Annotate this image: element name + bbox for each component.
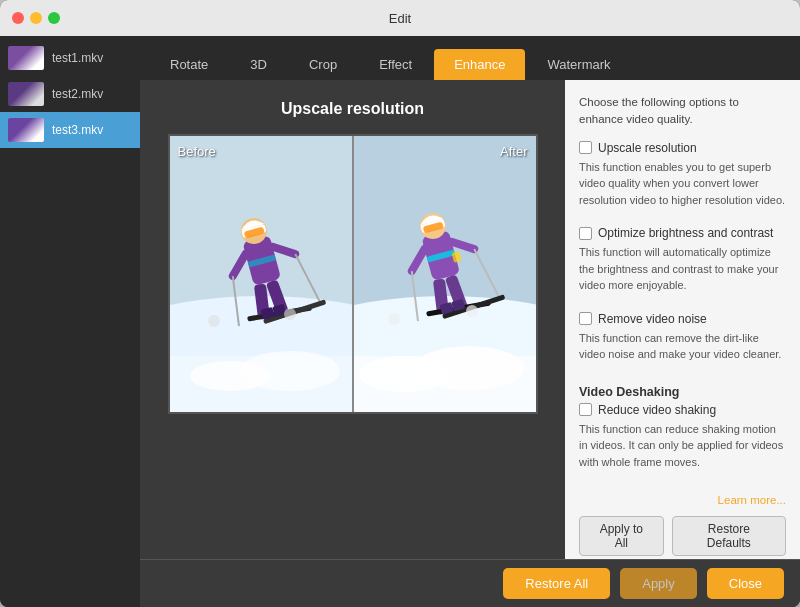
option-group-deshaking: Video Deshaking Reduce video shaking Thi… — [579, 381, 786, 479]
svg-point-26 — [414, 346, 524, 390]
options-panel: Choose the following options to enhance … — [565, 80, 800, 559]
learn-more-link[interactable]: Learn more... — [579, 494, 786, 506]
checkbox-brightness[interactable] — [579, 227, 592, 240]
options-intro: Choose the following options to enhance … — [579, 94, 786, 129]
option-desc-noise: This function can remove the dirt-like v… — [579, 330, 786, 363]
deshaking-heading: Video Deshaking — [579, 385, 786, 399]
tab-rotate[interactable]: Rotate — [150, 49, 228, 80]
tab-crop[interactable]: Crop — [289, 49, 357, 80]
sidebar-item-label-test3: test3.mkv — [52, 123, 103, 137]
window-title: Edit — [389, 11, 411, 26]
label-before: Before — [178, 144, 216, 159]
svg-point-20 — [208, 315, 220, 327]
restore-all-button[interactable]: Restore All — [503, 568, 610, 599]
preview-panel: Upscale resolution Before — [140, 80, 565, 559]
sidebar-item-label-test1: test1.mkv — [52, 51, 103, 65]
ski-image-after — [354, 136, 536, 412]
ski-image-before — [170, 136, 352, 412]
svg-point-44 — [466, 305, 478, 317]
svg-point-21 — [284, 308, 296, 320]
option-desc-upscale: This function enables you to get superb … — [579, 159, 786, 209]
svg-point-43 — [388, 313, 400, 325]
close-window-button[interactable] — [12, 12, 24, 24]
sidebar: test1.mkv test2.mkv test3.mkv — [0, 36, 140, 607]
sidebar-thumbnail-test1 — [8, 46, 44, 70]
option-label-deshake: Reduce video shaking — [598, 403, 716, 417]
tabbar: Rotate 3D Crop Effect Enhance Watermark — [140, 36, 800, 80]
right-area: Rotate 3D Crop Effect Enhance Watermark — [140, 36, 800, 607]
option-group-noise: Remove video noise This function can rem… — [579, 312, 786, 371]
option-desc-brightness: This function will automatically optimiz… — [579, 244, 786, 294]
checkbox-deshake[interactable] — [579, 403, 592, 416]
tab-3d[interactable]: 3D — [230, 49, 287, 80]
sidebar-thumbnail-test3 — [8, 118, 44, 142]
minimize-window-button[interactable] — [30, 12, 42, 24]
restore-defaults-button[interactable]: Restore Defaults — [672, 516, 786, 556]
sidebar-thumbnail-test2 — [8, 82, 44, 106]
label-after: After — [500, 144, 527, 159]
option-group-upscale: Upscale resolution This function enables… — [579, 141, 786, 217]
close-button[interactable]: Close — [707, 568, 784, 599]
checkbox-upscale[interactable] — [579, 141, 592, 154]
tab-effect[interactable]: Effect — [359, 49, 432, 80]
apply-button[interactable]: Apply — [620, 568, 697, 599]
bottom-bar: Restore All Apply Close — [140, 559, 800, 607]
main-layout: test1.mkv test2.mkv test3.mkv Rotate — [0, 36, 800, 607]
maximize-window-button[interactable] — [48, 12, 60, 24]
apply-to-all-button[interactable]: Apply to All — [579, 516, 664, 556]
sidebar-item-test1[interactable]: test1.mkv — [0, 40, 140, 76]
options-buttons: Apply to All Restore Defaults — [579, 516, 786, 556]
sidebar-item-test2[interactable]: test2.mkv — [0, 76, 140, 112]
option-row-deshake: Reduce video shaking — [579, 403, 786, 417]
tab-enhance[interactable]: Enhance — [434, 49, 525, 80]
content-area: Upscale resolution Before — [140, 80, 800, 559]
option-label-upscale: Upscale resolution — [598, 141, 697, 155]
option-label-brightness: Optimize brightness and contrast — [598, 226, 773, 240]
option-row-noise: Remove video noise — [579, 312, 786, 326]
option-group-brightness: Optimize brightness and contrast This fu… — [579, 226, 786, 302]
option-desc-deshake: This function can reduce shaking motion … — [579, 421, 786, 471]
traffic-lights — [12, 12, 60, 24]
preview-before: Before — [170, 136, 352, 412]
option-row-brightness: Optimize brightness and contrast — [579, 226, 786, 240]
sidebar-item-label-test2: test2.mkv — [52, 87, 103, 101]
svg-point-4 — [240, 351, 340, 391]
sidebar-item-test3[interactable]: test3.mkv — [0, 112, 140, 148]
option-label-noise: Remove video noise — [598, 312, 707, 326]
tab-watermark[interactable]: Watermark — [527, 49, 630, 80]
option-row-upscale: Upscale resolution — [579, 141, 786, 155]
preview-title: Upscale resolution — [281, 100, 424, 118]
preview-container: Before — [168, 134, 538, 414]
titlebar: Edit — [0, 0, 800, 36]
main-window: Edit test1.mkv test2.mkv test3.mkv — [0, 0, 800, 607]
checkbox-noise[interactable] — [579, 312, 592, 325]
preview-after: After — [354, 136, 536, 412]
